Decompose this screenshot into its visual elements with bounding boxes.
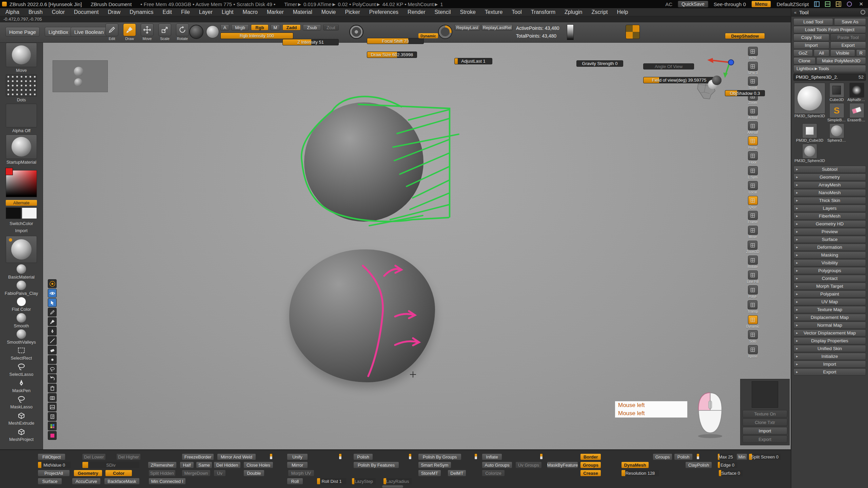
active-tool-row[interactable]: PM3D_Sphere3D_2. 52 [793, 74, 866, 81]
paste-tool-button[interactable]: Paste Tool [830, 34, 866, 41]
see-through-slider[interactable]: See-through 0 [714, 1, 746, 7]
dot-icon[interactable] [48, 355, 57, 364]
bottom-crease-button[interactable]: Crease [580, 470, 601, 476]
shelf-line-fill-button[interactable]: Line Fill [747, 270, 758, 285]
shelf-xpose-button[interactable]: Xpose [748, 345, 758, 360]
export-button[interactable]: Export [830, 42, 866, 49]
camera-icon[interactable] [48, 393, 57, 402]
angle-of-view-slider[interactable]: Angle Of View [643, 63, 694, 69]
shelf-scroll-button[interactable]: Scroll [748, 77, 758, 92]
section-fibermesh[interactable]: FiberMesh [793, 212, 866, 220]
shelf-polyf-button[interactable]: PolyF [748, 285, 758, 300]
document-canvas[interactable]: BPRSPix 3ScrollZoomActualAAHalfPerspFloo… [43, 43, 791, 449]
menu-item-movie[interactable]: Movie [321, 9, 336, 15]
bottom-inflate-button[interactable]: Inflate [482, 453, 502, 460]
move-tool-thumb[interactable] [6, 43, 37, 67]
palette-handle[interactable] [270, 453, 273, 460]
pencil-icon[interactable] [48, 308, 57, 317]
rgb-button[interactable]: Rgb [251, 24, 269, 30]
section-deformation[interactable]: Deformation [793, 244, 866, 251]
menu-item-texture[interactable]: Texture [485, 9, 502, 15]
shelf-rotate-button[interactable]: Rotate [748, 256, 757, 270]
stroke-preview-icon[interactable] [206, 25, 219, 38]
menu-item-document[interactable]: Document [74, 9, 99, 15]
bottom-storemt-button[interactable]: StoreMT [418, 470, 441, 476]
section-export[interactable]: Export [793, 368, 866, 375]
bottom-groups-button[interactable]: Groups [653, 453, 672, 460]
bottom-colorize-button[interactable]: Colorize [482, 470, 505, 476]
section-polygroups[interactable]: Polygroups [793, 267, 866, 274]
bottom-polish-button[interactable]: Polish [353, 453, 373, 460]
menu-item-tool[interactable]: Tool [512, 9, 521, 15]
trash-icon[interactable] [48, 384, 57, 392]
focal-icon[interactable] [349, 25, 363, 39]
tray-item-fabiopaiva-clay[interactable]: FabioPaiva_Clay [5, 281, 38, 297]
menu-item-alpha[interactable]: Alpha [5, 9, 19, 15]
zadd-button[interactable]: Zadd [282, 24, 301, 30]
bottom-dynamesh-button[interactable]: DynaMesh [621, 462, 649, 468]
shelf-transp-button[interactable]: Transp [748, 300, 758, 315]
focal-shift-slider[interactable]: Focal Shift 73 [367, 38, 424, 44]
m-button[interactable]: M [271, 24, 280, 30]
goz-all-button[interactable]: All [814, 49, 829, 57]
stroke-icon[interactable] [438, 25, 452, 39]
home-page-button[interactable]: Home Page [5, 27, 40, 37]
section-geometry[interactable]: Geometry [793, 174, 866, 181]
color-chip[interactable] [5, 168, 13, 175]
dynamic-toggle[interactable]: Dynamic [418, 33, 438, 38]
section-geometry-hd[interactable]: Geometry HD [793, 220, 866, 227]
shelf-frame-button[interactable]: Frame [748, 211, 758, 226]
palette-handle[interactable] [339, 453, 342, 460]
shelf-l-sym-button[interactable]: L.Sym [748, 166, 758, 181]
section-preview[interactable]: Preview [793, 228, 866, 235]
replay-last-rel-button[interactable]: ReplayLastRel [481, 24, 513, 30]
menu-item-zscript[interactable]: Zscript [591, 9, 608, 15]
section-layers[interactable]: Layers [793, 205, 866, 212]
sculpt-blob[interactable] [289, 249, 435, 382]
palette-handle[interactable] [474, 453, 477, 460]
bottom-del-lower-button[interactable]: Del Lower [82, 453, 106, 460]
menu-item-color[interactable]: Color [52, 9, 65, 15]
mode-scale-button[interactable]: Scale [157, 23, 172, 41]
section-vector-displacement-map[interactable]: Vector Displacement Map [793, 329, 866, 337]
bottom-claypolish-button[interactable]: ClayPolish [685, 462, 712, 468]
menu-item-edit[interactable]: Edit [162, 9, 172, 15]
section-thick-skin[interactable]: Thick Skin [793, 197, 866, 204]
tool-thumb-alphabrush[interactable]: AlphaBrush [847, 83, 866, 102]
section-import[interactable]: Import [793, 361, 866, 368]
texture-import-button[interactable]: Import [743, 427, 787, 434]
menu-toggle-button[interactable]: Menu [751, 1, 771, 7]
shelf-zoom3d-button[interactable]: Zoom3D [746, 241, 759, 256]
gravity-strength-slider[interactable]: Gravity Strength 0 [576, 60, 623, 67]
make-polymesh3d-button[interactable]: Make PolyMesh3D [816, 57, 866, 64]
mode-draw-button[interactable]: Draw [122, 23, 137, 41]
bottom-color-button[interactable]: Color [105, 470, 132, 476]
image-icon[interactable] [48, 403, 57, 411]
shelf-aahalf-button[interactable]: AAHalf [747, 121, 758, 136]
section-initialize[interactable]: Initialize [793, 353, 866, 360]
tool-thumb-pm3d-sphere3d[interactable]: PM3D_Sphere3D [793, 144, 826, 163]
bottom-del-higher-button[interactable]: Del Higher [116, 453, 141, 460]
palette-handle[interactable] [540, 453, 543, 460]
line-icon[interactable] [48, 336, 57, 345]
bottom-lazystep-button[interactable]: LazyStep [352, 478, 376, 485]
deep-shadow-button[interactable]: DeepShadow [725, 33, 765, 39]
menu-item-zplugin[interactable]: Zplugin [565, 9, 582, 15]
tool-thumb-eraserbrush[interactable]: EraserBrush [847, 103, 866, 122]
section-unified-skin[interactable]: Unified Skin [793, 345, 866, 352]
bottom-double-button[interactable]: Double [243, 470, 264, 476]
menu-item-transform[interactable]: Transform [531, 9, 555, 15]
bottom-delmt-button[interactable]: DelMT [448, 470, 466, 476]
section-polypaint[interactable]: Polypaint [793, 290, 866, 298]
section-visibility[interactable]: Visibility [793, 259, 866, 266]
import-texture-button[interactable]: Import [15, 228, 28, 233]
section-contact[interactable]: Contact [793, 275, 866, 282]
section-morph-target[interactable]: Morph Target [793, 283, 866, 290]
eye-icon[interactable] [48, 289, 57, 298]
bottom-min-button[interactable]: Min [736, 453, 747, 460]
shelf-floor-button[interactable]: Floor [748, 151, 758, 166]
copy-tool-button[interactable]: Copy Tool [793, 34, 829, 41]
default-zscript-button[interactable]: DefaultZScript [776, 1, 809, 7]
layout-icon-3[interactable] [836, 1, 841, 7]
menu-item-draw[interactable]: Draw [108, 9, 120, 15]
